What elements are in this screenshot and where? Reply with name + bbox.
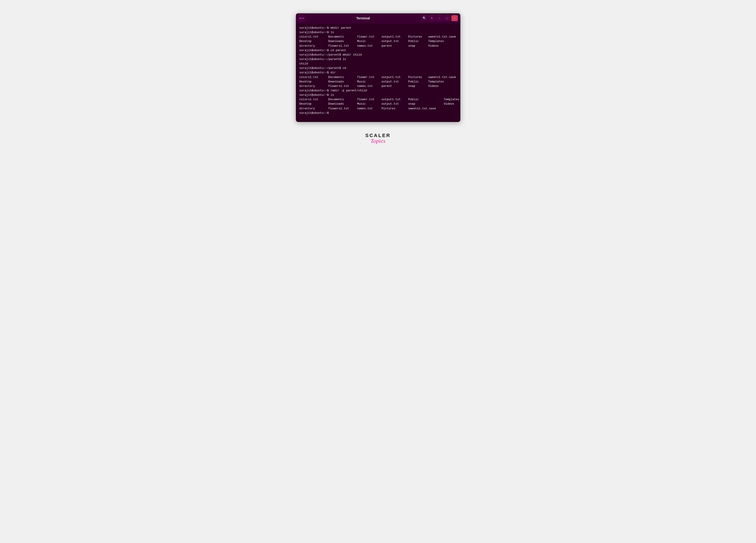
terminal-wrapper: surajit@ubuntu:~$ mkdir parent surajit@u… [296,23,460,122]
branding-section: SCALER Topics [365,133,391,145]
terminal-line: surajit@ubuntu:~$ dir [299,70,457,75]
terminal-window: ↵+ Terminal 🔍 ≡ − □ × surajit@ubuntu:~$ … [296,13,460,122]
ls-output: colors1.txtDocumentsflower.txtoutput1.tx… [299,97,457,111]
close-button[interactable]: × [451,15,458,21]
maximize-icon: □ [446,16,448,20]
close-icon: × [454,16,455,20]
new-tab-icon: ↵+ [299,16,304,20]
terminal-body[interactable]: surajit@ubuntu:~$ mkdir parent surajit@u… [296,23,460,122]
terminal-line: surajit@ubuntu:~$ rmdir -p parent/child [299,88,457,93]
terminal-line: surajit@ubuntu:~$ cd parent [299,48,457,53]
search-icon: 🔍 [423,16,426,20]
minimize-button[interactable]: − [436,15,443,21]
new-tab-button[interactable]: ↵+ [299,15,305,21]
maximize-button[interactable]: □ [444,15,450,21]
window-controls: 🔍 ≡ − □ × [421,15,458,21]
terminal-prompt[interactable]: surajit@ubuntu:~$ [299,111,457,115]
menu-icon: ≡ [431,16,433,20]
terminal-line: child [299,62,457,66]
ls-output: colors1.txtDocumentsflower.txtoutput1.tx… [299,75,457,88]
ls-output: colors1.txtDocumentsflower.txtoutput1.tx… [299,35,457,48]
branding-scaler-text: SCALER [365,133,391,138]
terminal-line: surajit@ubuntu:~/parent$ ls [299,57,457,62]
terminal-line: surajit@ubuntu:~$ ls [299,30,457,35]
branding-topics-text: Topics [371,138,385,145]
window-title: Terminal [305,16,421,20]
terminal-line: surajit@ubuntu:~/parent$ cd [299,66,457,70]
terminal-line: surajit@ubuntu:~$ ls [299,93,457,97]
minimize-icon: − [439,16,440,20]
titlebar: ↵+ Terminal 🔍 ≡ − □ × [296,13,460,23]
menu-button[interactable]: ≡ [429,15,435,21]
terminal-line: surajit@ubuntu:~$ mkdir parent [299,26,457,30]
terminal-line: surajit@ubuntu:~/parent$ mkdir child [299,53,457,57]
search-button[interactable]: 🔍 [421,15,427,21]
